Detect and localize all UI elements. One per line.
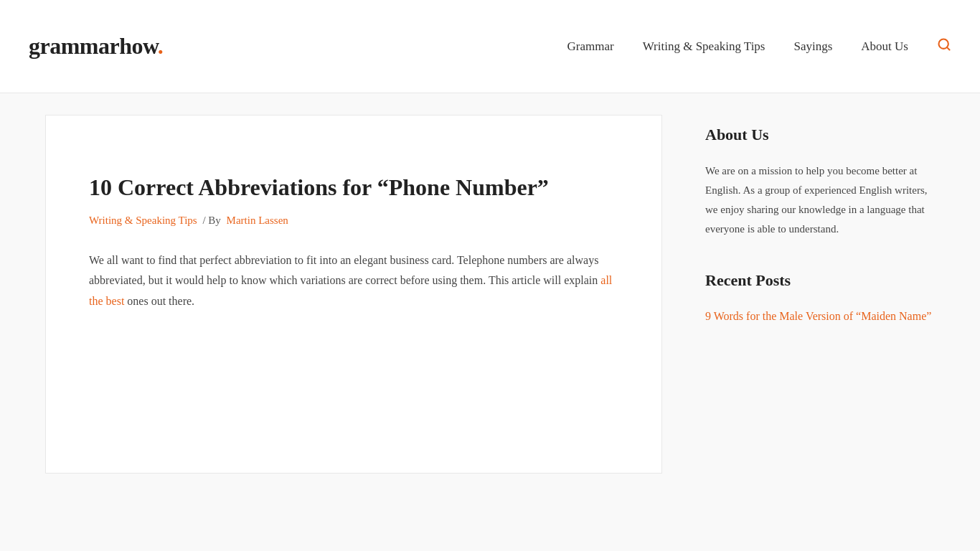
- site-logo[interactable]: grammarhow.: [29, 28, 163, 65]
- article-author[interactable]: Martin Lassen: [227, 215, 288, 226]
- article-meta: Writing & Speaking Tips / By Martin Lass…: [89, 212, 618, 229]
- svg-line-1: [947, 47, 950, 50]
- sidebar-about-section: About Us We are on a mission to help you…: [705, 122, 935, 239]
- main-content: 10 Correct Abbreviations for “Phone Numb…: [45, 115, 662, 474]
- nav-sayings[interactable]: Sayings: [794, 37, 833, 56]
- page-wrapper: 10 Correct Abbreviations for “Phone Numb…: [17, 93, 963, 495]
- site-header: grammarhow. Grammar Writing & Speaking T…: [0, 0, 980, 93]
- sidebar-about-text: We are on a mission to help you become b…: [705, 161, 935, 239]
- article-category[interactable]: Writing & Speaking Tips: [89, 215, 197, 226]
- sidebar: About Us We are on a mission to help you…: [705, 115, 935, 354]
- recent-post-item[interactable]: 9 Words for the Male Version of “Maiden …: [705, 307, 935, 326]
- nav-writing-speaking[interactable]: Writing & Speaking Tips: [643, 37, 765, 56]
- article-intro: We all want to find that perfect abbrevi…: [89, 250, 618, 312]
- meta-separator: / By: [202, 215, 223, 226]
- intro-text-after-link: ones out there.: [124, 295, 194, 307]
- sidebar-recent-posts-title: Recent Posts: [705, 268, 935, 293]
- search-icon: [937, 37, 951, 52]
- nav-about-us[interactable]: About Us: [861, 37, 908, 56]
- logo-text: grammarhow: [29, 33, 158, 59]
- logo-dot: .: [158, 33, 164, 59]
- search-button[interactable]: [937, 37, 951, 55]
- sidebar-about-title: About Us: [705, 122, 935, 147]
- nav-grammar[interactable]: Grammar: [567, 37, 614, 56]
- main-nav: Grammar Writing & Speaking Tips Sayings …: [567, 37, 951, 56]
- sidebar-recent-posts-section: Recent Posts 9 Words for the Male Versio…: [705, 268, 935, 326]
- intro-text-before-link: We all want to find that perfect abbrevi…: [89, 254, 600, 287]
- article-title: 10 Correct Abbreviations for “Phone Numb…: [89, 173, 618, 203]
